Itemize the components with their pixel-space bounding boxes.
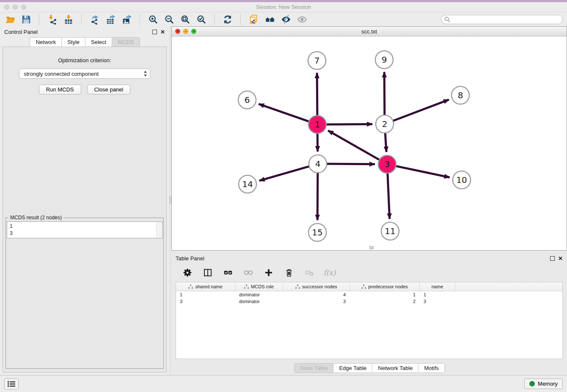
close-table-panel-icon[interactable]: ✕ bbox=[558, 256, 563, 261]
run-mcds-button[interactable]: Run MCDS bbox=[39, 85, 81, 94]
edge-2-9[interactable] bbox=[384, 72, 385, 116]
close-panel-button[interactable]: Close panel bbox=[87, 85, 131, 94]
table-row[interactable]: 1dominator411 bbox=[176, 291, 562, 298]
svg-text:15: 15 bbox=[312, 227, 322, 237]
task-history-button[interactable] bbox=[4, 378, 19, 389]
edge-2-3[interactable] bbox=[385, 132, 386, 152]
tab-mcds[interactable]: MCDS bbox=[112, 37, 140, 47]
edge-4-14[interactable] bbox=[259, 166, 310, 181]
node-2[interactable]: 2 bbox=[376, 115, 394, 133]
tab-edge-table[interactable]: Edge Table bbox=[333, 363, 372, 373]
network-graph[interactable]: 7968124314101511 bbox=[172, 36, 567, 250]
table-cell[interactable]: 3 bbox=[420, 298, 455, 305]
tab-motifs[interactable]: Motifs bbox=[418, 363, 445, 373]
open-file-button[interactable] bbox=[4, 14, 16, 25]
zoom-fit-button[interactable] bbox=[179, 14, 191, 25]
node-7[interactable]: 7 bbox=[308, 52, 326, 69]
edge-3-1[interactable] bbox=[328, 130, 380, 160]
table-cell[interactable]: dominator bbox=[235, 298, 283, 305]
edge-1-2[interactable] bbox=[325, 124, 372, 124]
table-panel-title: Table Panel bbox=[176, 255, 204, 262]
table-settings-button[interactable] bbox=[182, 267, 193, 279]
node-3[interactable]: 3 bbox=[378, 155, 396, 173]
export-network-button[interactable] bbox=[89, 14, 101, 25]
optimization-criterion-label: Optimization criterion: bbox=[3, 57, 166, 63]
edge-4-15[interactable] bbox=[317, 172, 318, 220]
canvas-scroll-handle[interactable] bbox=[369, 246, 374, 249]
network-window-title: scc.txt bbox=[172, 28, 567, 35]
table-cell[interactable]: 4 bbox=[283, 291, 350, 298]
show-columns-button[interactable] bbox=[202, 267, 214, 279]
node-10[interactable]: 10 bbox=[453, 171, 471, 189]
export-table-button[interactable] bbox=[105, 14, 117, 25]
import-network-button[interactable] bbox=[47, 14, 58, 25]
node-11[interactable]: 11 bbox=[381, 222, 399, 240]
column-header-shared-name[interactable]: shared name bbox=[176, 282, 235, 291]
zoom-selected-button[interactable] bbox=[195, 14, 207, 25]
network-canvas-container[interactable]: 7968124314101511 bbox=[172, 36, 567, 250]
right-column: ✕ − + scc.txt 7968124314101511 Table Pan… bbox=[171, 26, 567, 375]
tab-network-table[interactable]: Network Table bbox=[372, 363, 418, 373]
column-header-successor-nodes[interactable]: successor nodes bbox=[283, 282, 350, 291]
node-15[interactable]: 15 bbox=[308, 224, 326, 241]
hide-selected-button[interactable] bbox=[280, 14, 292, 25]
edge-3-10[interactable] bbox=[395, 166, 450, 177]
node-1[interactable]: 1 bbox=[308, 116, 326, 133]
unchecked-boxes-icon bbox=[244, 268, 253, 277]
table-row[interactable]: 3dominator323 bbox=[176, 298, 562, 305]
table-cell[interactable]: 1 bbox=[176, 291, 235, 298]
edge-1-6[interactable] bbox=[259, 104, 310, 122]
import-table-icon bbox=[63, 14, 74, 25]
edge-3-11[interactable] bbox=[388, 172, 390, 219]
add-column-button[interactable] bbox=[263, 267, 275, 279]
close-panel-icon[interactable]: ✕ bbox=[160, 29, 165, 35]
memory-button[interactable]: Memory bbox=[524, 378, 563, 389]
table-cell[interactable]: 1 bbox=[420, 291, 455, 298]
svg-text:1: 1 bbox=[315, 119, 320, 130]
table-cell[interactable]: 3 bbox=[283, 298, 350, 305]
select-all-button[interactable] bbox=[222, 267, 234, 279]
memory-label: Memory bbox=[538, 381, 558, 387]
show-all-button[interactable] bbox=[296, 14, 308, 25]
column-header-name[interactable]: name bbox=[420, 282, 455, 291]
node-14[interactable]: 14 bbox=[239, 175, 256, 193]
result-scrollbar[interactable] bbox=[156, 222, 162, 237]
node-9[interactable]: 9 bbox=[375, 51, 393, 69]
delete-column-button[interactable] bbox=[283, 267, 295, 279]
save-session-button[interactable] bbox=[20, 14, 32, 25]
zoom-in-button[interactable] bbox=[147, 14, 159, 25]
node-6[interactable]: 6 bbox=[238, 91, 256, 109]
edge-2-8[interactable] bbox=[392, 99, 449, 121]
deselect-all-button[interactable] bbox=[242, 267, 254, 279]
edge-1-7[interactable] bbox=[317, 73, 317, 116]
table-cell[interactable]: dominator bbox=[235, 291, 283, 298]
table-cell[interactable]: 3 bbox=[176, 298, 235, 305]
delete-table-button[interactable] bbox=[303, 267, 315, 279]
table-cell[interactable]: 1 bbox=[350, 291, 420, 298]
search-input[interactable] bbox=[441, 15, 563, 24]
tab-select[interactable]: Select bbox=[85, 37, 112, 47]
tab-node-table[interactable]: Node Table bbox=[294, 363, 334, 373]
edge-4-3[interactable] bbox=[326, 164, 375, 164]
node-4[interactable]: 4 bbox=[309, 155, 327, 173]
clone-network-button[interactable] bbox=[248, 14, 260, 25]
refresh-icon bbox=[223, 14, 233, 25]
column-header-MCDS-role[interactable]: MCDS role bbox=[235, 282, 283, 291]
column-header-predecessor-nodes[interactable]: predecessor nodes bbox=[350, 282, 420, 291]
function-builder-button[interactable]: f(x) bbox=[324, 267, 336, 279]
zoom-out-button[interactable] bbox=[163, 14, 175, 25]
float-table-panel-icon[interactable] bbox=[550, 256, 555, 261]
toolbar-separator bbox=[39, 14, 40, 25]
control-panel: Control Panel ✕ Network Style Select MCD… bbox=[0, 26, 169, 375]
clone-network-icon bbox=[249, 14, 259, 25]
criterion-select[interactable]: strongly connected component bbox=[19, 69, 150, 79]
export-image-button[interactable] bbox=[121, 14, 133, 25]
tab-network[interactable]: Network bbox=[30, 37, 62, 47]
node-8[interactable]: 8 bbox=[451, 86, 469, 104]
table-cell[interactable]: 2 bbox=[350, 298, 420, 305]
apply-layout-button[interactable] bbox=[264, 14, 276, 25]
import-table-button[interactable] bbox=[63, 14, 74, 25]
float-panel-icon[interactable] bbox=[152, 30, 157, 34]
tab-style[interactable]: Style bbox=[61, 37, 85, 47]
refresh-view-button[interactable] bbox=[222, 14, 234, 25]
